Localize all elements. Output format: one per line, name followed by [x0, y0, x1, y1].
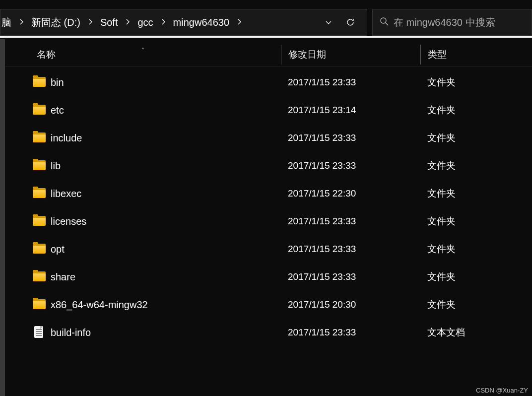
file-type: 文件夹: [420, 187, 532, 200]
folder-icon: [33, 299, 46, 310]
file-name: share: [51, 271, 75, 283]
folder-icon: [33, 271, 46, 282]
file-type: 文件夹: [420, 132, 532, 144]
breadcrumb-item[interactable]: 新固态 (D:): [28, 13, 83, 32]
folder-icon: [33, 188, 46, 199]
file-date: 2017/1/15 23:14: [281, 105, 420, 116]
file-date: 2017/1/15 23:33: [281, 160, 420, 171]
column-header-name[interactable]: ˄ 名称: [5, 48, 281, 61]
search-icon: [380, 17, 394, 28]
file-list: bin2017/1/15 23:33文件夹etc2017/1/15 23:14文…: [5, 68, 532, 386]
table-row[interactable]: include2017/1/15 23:33文件夹: [5, 124, 532, 152]
file-date: 2017/1/15 23:33: [281, 244, 420, 255]
file-name: include: [51, 132, 82, 144]
folder-icon: [33, 216, 46, 227]
file-name: lib: [51, 160, 61, 172]
breadcrumb-label: mingw64630: [171, 16, 231, 29]
file-type: 文件夹: [420, 298, 532, 311]
left-gutter: [0, 39, 5, 396]
chevron-right-icon[interactable]: [121, 18, 134, 26]
sort-indicator-icon: ˄: [141, 47, 144, 54]
column-type-label: 类型: [428, 49, 447, 60]
svg-line-1: [386, 23, 388, 25]
breadcrumb-label: gcc: [135, 16, 155, 29]
file-type: 文件夹: [420, 104, 532, 117]
watermark: CSDN @Xuan-ZY: [476, 387, 528, 394]
file-type: 文件夹: [420, 159, 532, 172]
svg-point-0: [381, 18, 386, 23]
address-box: 脑新固态 (D:)Softgccmingw64630: [0, 9, 367, 36]
breadcrumb-label: Soft: [98, 16, 120, 29]
file-type: 文件夹: [420, 76, 532, 89]
address-toolbar: 脑新固态 (D:)Softgccmingw64630: [0, 0, 532, 38]
file-date: 2017/1/15 23:33: [281, 216, 420, 227]
table-row[interactable]: opt2017/1/15 23:33文件夹: [5, 235, 532, 263]
column-date-label: 修改日期: [288, 49, 326, 60]
file-name: build-info: [51, 327, 91, 338]
table-row[interactable]: x86_64-w64-mingw322017/1/15 20:30文件夹: [5, 291, 532, 319]
file-name: opt: [51, 244, 65, 255]
file-date: 2017/1/15 20:30: [281, 299, 420, 310]
breadcrumb-item[interactable]: Soft: [97, 14, 121, 31]
folder-icon: [33, 132, 46, 143]
refresh-button[interactable]: [342, 17, 359, 27]
file-date: 2017/1/15 23:33: [281, 132, 420, 143]
table-row[interactable]: etc2017/1/15 23:14文件夹: [5, 96, 532, 124]
file-type: 文本文档: [420, 326, 532, 339]
chevron-right-icon[interactable]: [156, 18, 170, 26]
breadcrumb-item[interactable]: mingw64630: [170, 14, 232, 31]
chevron-right-icon[interactable]: [14, 18, 28, 26]
table-row[interactable]: build-info2017/1/15 23:33文本文档: [5, 319, 532, 346]
file-type: 文件夹: [420, 270, 532, 283]
chevron-right-icon[interactable]: [232, 18, 246, 26]
file-name: libexec: [51, 188, 81, 199]
file-date: 2017/1/15 23:33: [281, 77, 420, 88]
column-name-label: 名称: [37, 49, 56, 60]
table-row[interactable]: bin2017/1/15 23:33文件夹: [5, 68, 532, 96]
folder-icon: [33, 244, 46, 255]
breadcrumb-label: 新固态 (D:): [29, 15, 82, 30]
chevron-right-icon[interactable]: [83, 18, 97, 26]
breadcrumb-item[interactable]: gcc: [134, 14, 156, 31]
file-date: 2017/1/15 23:33: [281, 271, 420, 282]
column-header-date[interactable]: 修改日期: [281, 48, 420, 61]
table-row[interactable]: lib2017/1/15 23:33文件夹: [5, 152, 532, 180]
file-date: 2017/1/15 22:30: [281, 188, 420, 199]
folder-icon: [33, 105, 46, 116]
search-box[interactable]: [372, 9, 532, 36]
history-dropdown[interactable]: [320, 18, 337, 26]
file-name: bin: [51, 77, 64, 88]
table-row[interactable]: licenses2017/1/15 23:33文件夹: [5, 207, 532, 235]
file-name: etc: [51, 105, 64, 116]
table-row[interactable]: libexec2017/1/15 22:30文件夹: [5, 180, 532, 207]
breadcrumb: 脑新固态 (D:)Softgccmingw64630: [0, 13, 320, 32]
file-name: x86_64-w64-mingw32: [51, 299, 148, 311]
file-type: 文件夹: [420, 243, 532, 256]
folder-icon: [33, 77, 46, 88]
columns-header: ˄ 名称 修改日期 类型: [5, 43, 532, 66]
text-file-icon: [33, 327, 46, 338]
file-name: licenses: [51, 216, 86, 227]
search-input[interactable]: [394, 17, 525, 28]
table-row[interactable]: share2017/1/15 23:33文件夹: [5, 263, 532, 291]
file-date: 2017/1/15 23:33: [281, 327, 420, 338]
breadcrumb-item[interactable]: 脑: [0, 13, 14, 32]
folder-icon: [33, 160, 46, 171]
column-header-type[interactable]: 类型: [421, 48, 532, 61]
breadcrumb-label: 脑: [0, 15, 13, 30]
file-type: 文件夹: [420, 215, 532, 228]
